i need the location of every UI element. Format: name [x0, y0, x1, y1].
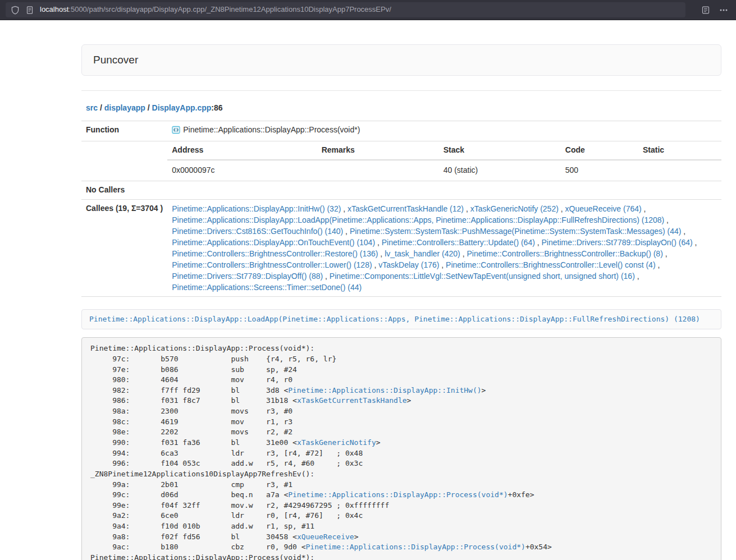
address-value: 0x0000097c: [167, 160, 317, 181]
callee-link[interactable]: Pinetime::Controllers::BrightnessControl…: [172, 260, 372, 269]
column-header-static: Static: [638, 141, 721, 160]
callee-link[interactable]: Pinetime::Applications::DisplayApp::OnTo…: [172, 238, 375, 247]
url-text[interactable]: localhost:5000/path/src/displayapp/Displ…: [40, 4, 391, 15]
breadcrumb-link-src[interactable]: src: [86, 103, 98, 112]
column-header-stack: Stack: [439, 141, 561, 160]
function-label: Function: [81, 121, 167, 141]
callee-link[interactable]: Pinetime::Controllers::Battery::Update()…: [382, 238, 535, 247]
reader-view-icon[interactable]: [701, 6, 710, 15]
callee-link[interactable]: xTaskGetCurrentTaskHandle (12): [348, 204, 464, 213]
callee-link[interactable]: Pinetime::Applications::DisplayApp::Init…: [172, 204, 341, 213]
code-symbol-link[interactable]: Pinetime::Applications::DisplayApp::Init…: [288, 386, 481, 394]
divider: [81, 90, 721, 91]
breadcrumb: src / displayapp / DisplayApp.cpp:86: [81, 103, 721, 114]
no-callers-row: No Callers: [81, 181, 721, 199]
overflow-menu-icon[interactable]: [719, 6, 728, 15]
url-host: localhost: [40, 5, 68, 13]
code-value: 500: [561, 160, 638, 181]
app-header-panel: Puncover: [81, 44, 721, 76]
code-symbol-link[interactable]: xTaskGetCurrentTaskHandle: [297, 396, 407, 405]
callee-link[interactable]: lv_task_handler (420): [385, 249, 460, 258]
url-bar[interactable]: localhost:5000/path/src/displayapp/Displ…: [6, 2, 685, 17]
shield-icon[interactable]: [11, 6, 20, 15]
callees-label: Callees (19, Σ=3704 ): [81, 199, 167, 296]
stats-row-label: [81, 141, 167, 181]
function-name-cell: Pinetime::Applications::DisplayApp::Proc…: [167, 121, 721, 141]
callee-link[interactable]: xQueueReceive (764): [565, 204, 642, 213]
column-header-code: Code: [561, 141, 638, 160]
column-header-remarks: Remarks: [317, 141, 439, 160]
stats-header-row: Address Remarks Stack Code Static: [167, 141, 721, 160]
callee-link[interactable]: Pinetime::Controllers::BrightnessControl…: [467, 249, 662, 258]
stats-row: Address Remarks Stack Code Static 0x0000…: [81, 141, 721, 181]
page-content: Puncover src / displayapp / DisplayApp.c…: [81, 44, 721, 560]
breadcrumb-link-displayapp[interactable]: displayapp: [104, 103, 145, 112]
function-name: Pinetime::Applications::DisplayApp::Proc…: [183, 125, 360, 134]
stack-value: 40 (static): [439, 160, 561, 181]
callee-link[interactable]: Pinetime::Drivers::St7789::DisplayOff() …: [172, 272, 323, 281]
code-symbol-link[interactable]: xTaskGenericNotify: [297, 438, 376, 447]
no-callers-label: No Callers: [81, 181, 167, 199]
toolbar-actions: [692, 6, 728, 15]
callee-link[interactable]: Pinetime::Drivers::St7789::DisplayOn() (…: [542, 238, 693, 247]
callers-cell: [167, 181, 721, 199]
static-value: [638, 160, 721, 181]
callee-link[interactable]: Pinetime::System::SystemTask::PushMessag…: [350, 227, 682, 236]
breadcrumb-link-file[interactable]: DisplayApp.cpp: [152, 103, 212, 112]
breadcrumb-line-number: :86: [211, 103, 222, 112]
callee-link[interactable]: Pinetime::Applications::DisplayApp::Load…: [172, 215, 664, 224]
symbol-info-table: Function Pinetime::Applications::Display…: [81, 121, 721, 297]
remarks-value: [317, 160, 439, 181]
callees-row: Callees (19, Σ=3704 ) Pinetime::Applicat…: [81, 199, 721, 296]
disassembly-block: Pinetime::Applications::DisplayApp::Proc…: [81, 337, 721, 560]
callee-link[interactable]: Pinetime::Applications::Screens::Timer::…: [172, 283, 362, 292]
function-row: Function Pinetime::Applications::Display…: [81, 121, 721, 141]
callee-link[interactable]: Pinetime::Controllers::BrightnessControl…: [172, 249, 378, 258]
code-symbol-link[interactable]: Pinetime::Applications::DisplayApp::Proc…: [306, 543, 525, 551]
breadcrumb-separator: /: [145, 103, 152, 112]
highlighted-callee-panel: Pinetime::Applications::DisplayApp::Load…: [81, 309, 721, 330]
callee-link[interactable]: Pinetime::Components::LittleVgl::SetNewT…: [330, 272, 635, 281]
function-icon: [172, 126, 180, 137]
app-title: Puncover: [93, 53, 710, 67]
callee-link[interactable]: Pinetime::Controllers::BrightnessControl…: [446, 260, 655, 269]
callee-link[interactable]: vTaskDelay (176): [378, 260, 439, 269]
breadcrumb-separator: /: [98, 103, 104, 112]
page-identity-icon[interactable]: [25, 6, 34, 15]
url-path: :5000/path/src/displayapp/DisplayApp.cpp…: [68, 5, 391, 13]
code-symbol-link[interactable]: Pinetime::Applications::DisplayApp::Proc…: [288, 490, 508, 499]
callee-link[interactable]: Pinetime::Drivers::Cst816S::GetTouchInfo…: [172, 227, 343, 236]
callees-list: Pinetime::Applications::DisplayApp::Init…: [167, 199, 721, 296]
stats-table: Address Remarks Stack Code Static 0x0000…: [167, 141, 721, 181]
column-header-address: Address: [167, 141, 317, 160]
code-symbol-link[interactable]: xQueueReceive: [297, 533, 354, 541]
stats-cell: Address Remarks Stack Code Static 0x0000…: [167, 141, 721, 181]
stats-data-row: 0x0000097c 40 (static) 500: [167, 160, 721, 181]
browser-toolbar: localhost:5000/path/src/displayapp/Displ…: [0, 0, 736, 20]
highlighted-callee-link[interactable]: Pinetime::Applications::DisplayApp::Load…: [89, 315, 700, 323]
callee-link[interactable]: xTaskGenericNotify (252): [470, 204, 559, 213]
